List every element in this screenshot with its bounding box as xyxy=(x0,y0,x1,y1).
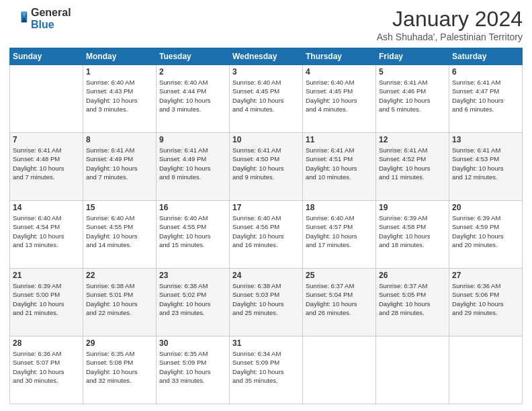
day-info: Sunrise: 6:38 AM Sunset: 5:01 PM Dayligh… xyxy=(86,281,153,317)
day-info: Sunrise: 6:40 AM Sunset: 4:45 PM Dayligh… xyxy=(232,78,300,113)
day-number: 25 xyxy=(306,271,373,280)
day-info: Sunrise: 6:39 AM Sunset: 4:58 PM Dayligh… xyxy=(379,214,446,249)
day-info: Sunrise: 6:40 AM Sunset: 4:54 PM Dayligh… xyxy=(13,214,80,249)
day-number: 15 xyxy=(86,203,153,212)
day-number: 9 xyxy=(159,135,226,144)
day-info: Sunrise: 6:40 AM Sunset: 4:43 PM Dayligh… xyxy=(86,78,153,113)
day-number: 10 xyxy=(232,135,300,144)
day-info: Sunrise: 6:37 AM Sunset: 5:05 PM Dayligh… xyxy=(379,281,446,317)
day-info: Sunrise: 6:41 AM Sunset: 4:53 PM Dayligh… xyxy=(452,146,519,181)
calendar-cell: 8Sunrise: 6:41 AM Sunset: 4:49 PM Daylig… xyxy=(83,133,157,201)
day-info: Sunrise: 6:36 AM Sunset: 5:06 PM Dayligh… xyxy=(452,281,519,317)
calendar-cell: 19Sunrise: 6:39 AM Sunset: 4:58 PM Dayli… xyxy=(376,201,449,269)
logo-general: General xyxy=(31,7,71,19)
calendar-cell: 18Sunrise: 6:40 AM Sunset: 4:57 PM Dayli… xyxy=(303,201,376,269)
logo: General Blue xyxy=(9,7,71,30)
day-number: 2 xyxy=(159,67,226,77)
logo-text: General Blue xyxy=(31,7,71,30)
day-number: 24 xyxy=(232,271,300,280)
calendar-cell: 22Sunrise: 6:38 AM Sunset: 5:01 PM Dayli… xyxy=(83,269,157,336)
day-number: 7 xyxy=(13,135,80,144)
calendar-cell: 17Sunrise: 6:40 AM Sunset: 4:56 PM Dayli… xyxy=(230,201,303,269)
calendar-cell: 25Sunrise: 6:37 AM Sunset: 5:04 PM Dayli… xyxy=(303,269,376,336)
day-number: 21 xyxy=(13,271,80,280)
day-info: Sunrise: 6:38 AM Sunset: 5:02 PM Dayligh… xyxy=(159,281,226,317)
logo-icon xyxy=(9,9,28,28)
calendar-cell: 24Sunrise: 6:38 AM Sunset: 5:03 PM Dayli… xyxy=(230,269,303,336)
day-number: 11 xyxy=(306,135,373,144)
calendar-table: SundayMondayTuesdayWednesdayThursdayFrid… xyxy=(9,48,523,404)
calendar-cell: 29Sunrise: 6:35 AM Sunset: 5:08 PM Dayli… xyxy=(83,336,157,404)
day-number: 14 xyxy=(13,203,80,212)
day-header-thursday: Thursday xyxy=(303,48,376,65)
calendar-cell: 3Sunrise: 6:40 AM Sunset: 4:45 PM Daylig… xyxy=(230,65,303,133)
calendar-header: SundayMondayTuesdayWednesdayThursdayFrid… xyxy=(10,48,523,65)
day-header-tuesday: Tuesday xyxy=(157,48,230,65)
day-header-monday: Monday xyxy=(83,48,157,65)
day-info: Sunrise: 6:40 AM Sunset: 4:45 PM Dayligh… xyxy=(306,78,373,113)
calendar-cell: 7Sunrise: 6:41 AM Sunset: 4:48 PM Daylig… xyxy=(10,133,83,201)
day-number: 16 xyxy=(159,203,226,212)
week-row-2: 14Sunrise: 6:40 AM Sunset: 4:54 PM Dayli… xyxy=(10,201,523,269)
calendar-cell: 4Sunrise: 6:40 AM Sunset: 4:45 PM Daylig… xyxy=(303,65,376,133)
day-number: 23 xyxy=(159,271,226,280)
calendar-cell: 13Sunrise: 6:41 AM Sunset: 4:53 PM Dayli… xyxy=(449,133,523,201)
day-info: Sunrise: 6:40 AM Sunset: 4:56 PM Dayligh… xyxy=(232,214,300,249)
day-info: Sunrise: 6:37 AM Sunset: 5:04 PM Dayligh… xyxy=(306,281,373,317)
day-number: 31 xyxy=(232,338,300,348)
day-info: Sunrise: 6:40 AM Sunset: 4:44 PM Dayligh… xyxy=(159,78,226,113)
day-info: Sunrise: 6:41 AM Sunset: 4:47 PM Dayligh… xyxy=(452,78,519,113)
calendar-cell: 23Sunrise: 6:38 AM Sunset: 5:02 PM Dayli… xyxy=(157,269,230,336)
day-number: 12 xyxy=(379,135,446,144)
page: General Blue January 2024 Ash Shuhada', … xyxy=(0,0,532,411)
header-row: SundayMondayTuesdayWednesdayThursdayFrid… xyxy=(10,48,523,65)
day-info: Sunrise: 6:41 AM Sunset: 4:50 PM Dayligh… xyxy=(232,146,300,181)
logo-blue: Blue xyxy=(31,19,71,31)
day-number: 26 xyxy=(379,271,446,280)
day-info: Sunrise: 6:35 AM Sunset: 5:08 PM Dayligh… xyxy=(86,349,153,385)
day-number: 29 xyxy=(86,338,153,348)
month-title: January 2024 xyxy=(377,7,523,32)
header: General Blue January 2024 Ash Shuhada', … xyxy=(9,7,523,42)
day-header-friday: Friday xyxy=(376,48,449,65)
calendar-cell xyxy=(376,336,449,404)
day-info: Sunrise: 6:35 AM Sunset: 5:09 PM Dayligh… xyxy=(159,349,226,385)
day-number: 30 xyxy=(159,338,226,348)
day-info: Sunrise: 6:41 AM Sunset: 4:49 PM Dayligh… xyxy=(86,146,153,181)
calendar-cell xyxy=(303,336,376,404)
calendar-cell: 5Sunrise: 6:41 AM Sunset: 4:46 PM Daylig… xyxy=(376,65,449,133)
calendar-cell: 28Sunrise: 6:36 AM Sunset: 5:07 PM Dayli… xyxy=(10,336,83,404)
calendar-cell: 30Sunrise: 6:35 AM Sunset: 5:09 PM Dayli… xyxy=(157,336,230,404)
calendar-cell: 31Sunrise: 6:34 AM Sunset: 5:09 PM Dayli… xyxy=(230,336,303,404)
week-row-1: 7Sunrise: 6:41 AM Sunset: 4:48 PM Daylig… xyxy=(10,133,523,201)
calendar-cell: 27Sunrise: 6:36 AM Sunset: 5:06 PM Dayli… xyxy=(449,269,523,336)
day-info: Sunrise: 6:39 AM Sunset: 5:00 PM Dayligh… xyxy=(13,281,80,317)
calendar-body: 1Sunrise: 6:40 AM Sunset: 4:43 PM Daylig… xyxy=(10,65,523,404)
calendar-cell: 12Sunrise: 6:41 AM Sunset: 4:52 PM Dayli… xyxy=(376,133,449,201)
calendar-cell xyxy=(449,336,523,404)
day-number: 22 xyxy=(86,271,153,280)
week-row-0: 1Sunrise: 6:40 AM Sunset: 4:43 PM Daylig… xyxy=(10,65,523,133)
day-number: 28 xyxy=(13,338,80,348)
day-info: Sunrise: 6:39 AM Sunset: 4:59 PM Dayligh… xyxy=(452,214,519,249)
calendar-cell: 10Sunrise: 6:41 AM Sunset: 4:50 PM Dayli… xyxy=(230,133,303,201)
day-header-wednesday: Wednesday xyxy=(230,48,303,65)
day-info: Sunrise: 6:38 AM Sunset: 5:03 PM Dayligh… xyxy=(232,281,300,317)
subtitle: Ash Shuhada', Palestinian Territory xyxy=(377,32,523,42)
day-info: Sunrise: 6:34 AM Sunset: 5:09 PM Dayligh… xyxy=(232,349,300,385)
day-info: Sunrise: 6:41 AM Sunset: 4:49 PM Dayligh… xyxy=(159,146,226,181)
calendar-cell: 20Sunrise: 6:39 AM Sunset: 4:59 PM Dayli… xyxy=(449,201,523,269)
day-info: Sunrise: 6:41 AM Sunset: 4:51 PM Dayligh… xyxy=(306,146,373,181)
week-row-3: 21Sunrise: 6:39 AM Sunset: 5:00 PM Dayli… xyxy=(10,269,523,336)
day-number: 3 xyxy=(232,67,300,77)
day-number: 8 xyxy=(86,135,153,144)
calendar-cell: 21Sunrise: 6:39 AM Sunset: 5:00 PM Dayli… xyxy=(10,269,83,336)
title-block: January 2024 Ash Shuhada', Palestinian T… xyxy=(377,7,523,42)
day-number: 1 xyxy=(86,67,153,77)
calendar-cell: 16Sunrise: 6:40 AM Sunset: 4:55 PM Dayli… xyxy=(157,201,230,269)
day-header-saturday: Saturday xyxy=(449,48,523,65)
calendar-cell xyxy=(10,65,83,133)
calendar-cell: 15Sunrise: 6:40 AM Sunset: 4:55 PM Dayli… xyxy=(83,201,157,269)
day-info: Sunrise: 6:40 AM Sunset: 4:55 PM Dayligh… xyxy=(86,214,153,249)
day-info: Sunrise: 6:40 AM Sunset: 4:55 PM Dayligh… xyxy=(159,214,226,249)
